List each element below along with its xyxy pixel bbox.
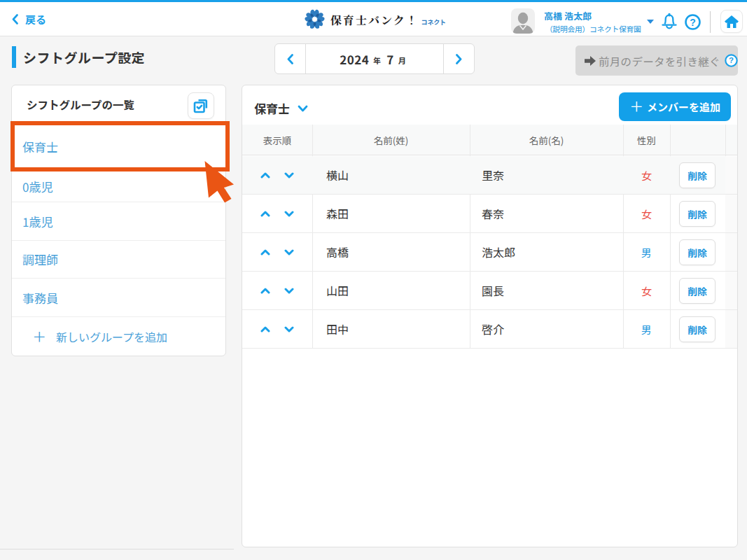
svg-text:?: ? <box>690 15 696 29</box>
svg-text:?: ? <box>729 54 734 65</box>
